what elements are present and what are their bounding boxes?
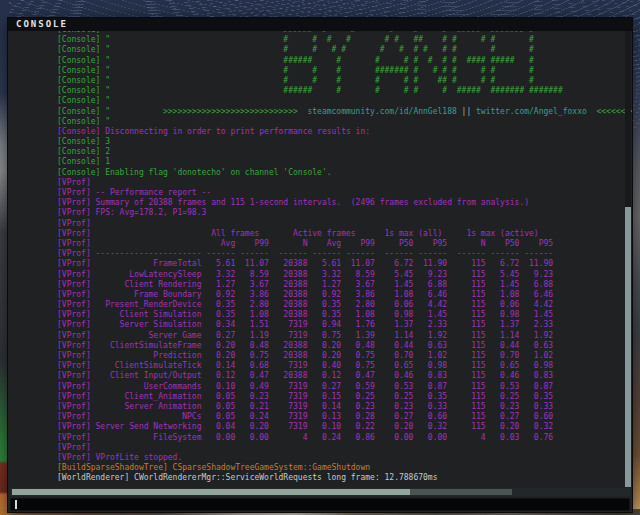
console-line: [BuildSparseShadowTree] CSparseShadowTre…	[57, 463, 632, 473]
console-line: [VProf] Present_RenderDevice 0.35 2.80 2…	[57, 300, 632, 310]
console-line: [VProf] LowLatencySleep 3.32 8.59 20388 …	[57, 270, 632, 280]
console-line: [WorldRenderer] CWorldRendererMgr::Servi…	[57, 473, 632, 483]
console-line: [VProf] VProfLite stopped.	[57, 453, 632, 463]
console-line: [VProf] Client_Animation 0.05 0.23 7319 …	[57, 392, 632, 402]
console-line: [VProf] Server Send Networking 0.04 0.20…	[57, 422, 632, 432]
console-line: [VProf] NPCs 0.05 0.24 7319 0.13 0.28 0.…	[57, 412, 632, 422]
text-caret	[15, 500, 17, 509]
console-line: [Console] 2	[57, 147, 632, 157]
console-line: [VProf] Server Animation 0.05 0.21 7319 …	[57, 402, 632, 412]
console-line: [VProf] ClientSimulateTick 0.14 0.68 731…	[57, 361, 632, 371]
console-title: CONSOLE	[16, 18, 68, 31]
console-line: [Console] " ###### # # # # # ##### #####…	[57, 86, 632, 96]
horizontal-scrollbar-thumb[interactable]	[12, 489, 410, 495]
console-command-input[interactable]	[10, 498, 630, 511]
console-line: [Console] 1	[57, 157, 632, 167]
console-line: [VProf] FrameTotal 5.61 11.07 20388 5.61…	[57, 259, 632, 269]
console-line: [VProf] Client Simulation 0.35 1.08 2038…	[57, 310, 632, 320]
console-line: [VProf] Avg P99 N Avg P99 P50 P95 N P50 …	[57, 239, 632, 249]
console-line: [VProf] Client Input/Output 0.12 0.47 20…	[57, 371, 632, 381]
console-line: [VProf] Server Game 0.27 1.19 7319 0.75 …	[57, 331, 632, 341]
console-line: [Console] "	[57, 117, 632, 127]
console-line: [Console] " # # # # # # ## # # # #	[57, 76, 632, 86]
console-line: [VProf] -- Performance report --	[57, 188, 632, 198]
console-line: [VProf] Prediction 0.20 0.75 20388 0.20 …	[57, 351, 632, 361]
vertical-scrollbar[interactable]	[625, 31, 631, 487]
console-line: [VProf]	[57, 219, 632, 229]
console-line: [Console] " >>>>>>>>>>>>>>>>>>>>>>>>>>>>…	[57, 107, 632, 117]
console-titlebar[interactable]: CONSOLE	[8, 18, 632, 31]
console-line: [Console] Enabling flag 'donotecho' on c…	[57, 168, 632, 178]
console-line: [Console] " # # # # # # # # # # # #	[57, 45, 632, 55]
console-line: [Console] "	[57, 96, 632, 106]
horizontal-scrollbar-track-segment	[410, 489, 512, 495]
console-line: [VProf]	[57, 443, 632, 453]
console-line: [VProf] Client Rendering 1.27 3.67 20388…	[57, 280, 632, 290]
console-window: CONSOLE [Console] " ###### # # # # # ###…	[8, 18, 632, 512]
console-line: [Console] " # # # # # # ## # # # # #	[57, 35, 632, 45]
console-line: [VProf] Frame Boundary 0.92 3.86 20388 0…	[57, 290, 632, 300]
horizontal-scrollbar[interactable]	[10, 488, 630, 496]
console-line: [Console] 3	[57, 137, 632, 147]
console-line: [VProf] All frames Active frames 1s max …	[57, 229, 632, 239]
console-line: [VProf] UserCommands 0.10 0.49 7319 0.27…	[57, 382, 632, 392]
console-line: [VProf]	[57, 178, 632, 188]
console-line: [VProf] FPS: Avg=178.2, P1=98.3	[57, 208, 632, 218]
console-line: [Console] Disconnecting in order to prin…	[57, 127, 632, 137]
console-line: [Console] " # # # ####### # # # # # # #	[57, 66, 632, 76]
console-line: [VProf] Summary of 20388 frames and 115 …	[57, 198, 632, 208]
console-line: [VProf] FileSystem 0.00 0.00 4 0.24 0.86…	[57, 433, 632, 443]
console-log-area[interactable]: [Console] " ###### # # # # # ##### #####…	[8, 31, 632, 487]
console-line: [VProf] Server Simulation 0.34 1.51 7319…	[57, 320, 632, 330]
console-line: [VProf] ---------------------- ------ --…	[57, 249, 632, 259]
console-log-lines: [Console] " ###### # # # # # ##### #####…	[8, 31, 632, 483]
console-line: [Console] " ###### # # # # # # # #### ##…	[57, 56, 632, 66]
vertical-scrollbar-thumb[interactable]	[625, 207, 631, 487]
console-line: [VProf] ClientSimulateFrame 0.20 0.48 20…	[57, 341, 632, 351]
